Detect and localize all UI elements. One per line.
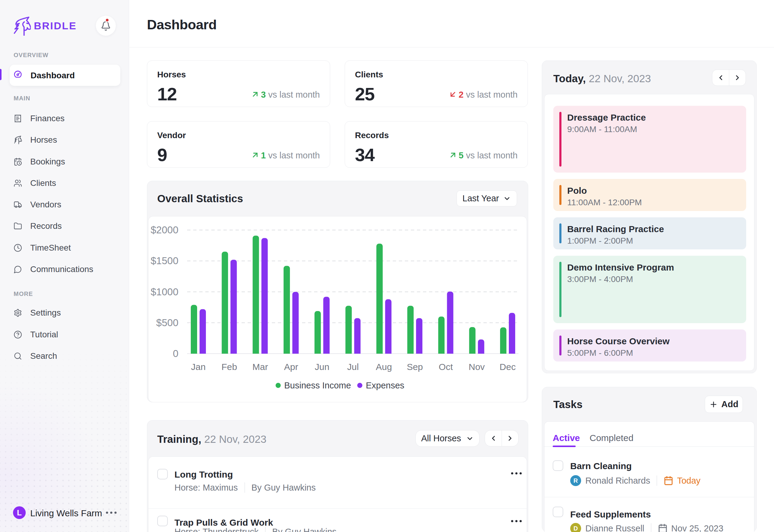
svg-text:Jan: Jan [191, 362, 206, 372]
svg-text:Dec: Dec [499, 362, 515, 372]
svg-text:Aug: Aug [376, 362, 392, 372]
svg-text:Jun: Jun [315, 362, 329, 372]
svg-text:Feb: Feb [221, 362, 237, 372]
svg-text:Sep: Sep [407, 362, 423, 372]
svg-text:$1000: $1000 [151, 286, 178, 297]
svg-text:Jul: Jul [347, 362, 359, 372]
svg-text:Business Income: Business Income [284, 381, 351, 390]
svg-text:Nov: Nov [469, 362, 485, 372]
svg-text:Apr: Apr [284, 362, 298, 372]
svg-text:Mar: Mar [252, 362, 268, 372]
svg-text:Oct: Oct [439, 362, 453, 372]
svg-text:0: 0 [173, 348, 178, 359]
svg-text:Expenses: Expenses [366, 381, 404, 390]
svg-text:$2000: $2000 [151, 224, 178, 235]
svg-text:$500: $500 [156, 317, 178, 328]
svg-text:$1500: $1500 [151, 255, 178, 266]
